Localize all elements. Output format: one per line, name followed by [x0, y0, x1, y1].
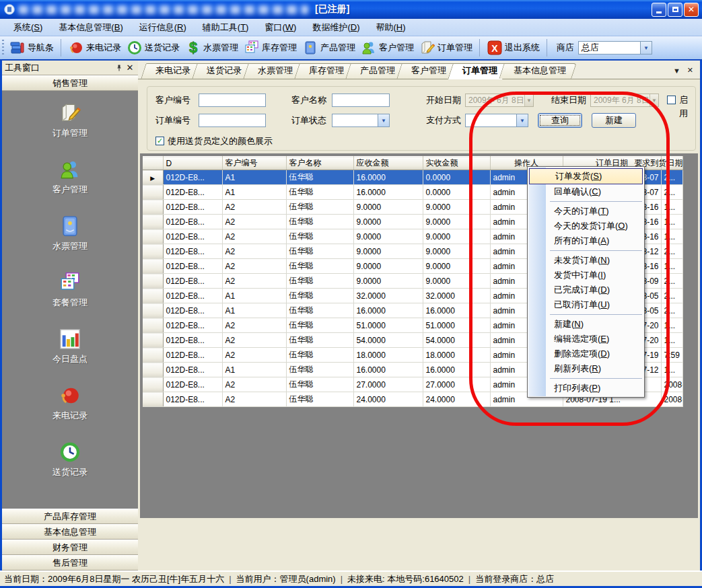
table-cell: 012D-E8... — [163, 377, 222, 392]
query-button[interactable]: 查询 — [538, 113, 582, 128]
row-selector-cell[interactable] — [143, 377, 163, 392]
menubar-item-help[interactable]: 帮助(H) — [367, 20, 413, 36]
order-no-input[interactable] — [199, 114, 266, 127]
row-selector-cell[interactable] — [143, 185, 163, 200]
tab-basic-info-mgmt[interactable]: 基本信息管理 — [504, 63, 574, 79]
table-cell: 1... — [661, 229, 682, 244]
toolbar-button-order-mgmt[interactable]: 订单管理 — [417, 38, 475, 57]
sidebar-item-customer-mgmt[interactable]: 客户管理 — [2, 158, 138, 196]
tab-list-dropdown-icon[interactable]: ▼ — [673, 67, 680, 75]
toolbar-button-product-mgmt[interactable]: 产品管理 — [300, 38, 358, 57]
row-selector-cell[interactable] — [143, 215, 163, 229]
toolbar-button-exit-system[interactable]: X退出系统 — [484, 38, 542, 57]
toolbar-button-call-records[interactable]: 来电记录 — [65, 38, 124, 57]
context-menu-item-confirm-return[interactable]: 回单确认(C) — [528, 184, 643, 199]
sidebar-group-product-inventory-mgmt[interactable]: 产品库存管理 — [2, 509, 138, 524]
context-menu-item-completed-orders[interactable]: 已完成订单(D) — [528, 283, 643, 297]
row-selector-cell[interactable] — [143, 318, 163, 333]
end-date-picker[interactable]: 2009年 6月 8日 ▼ — [590, 94, 659, 107]
tab-water-ticket-mgmt[interactable]: 水票管理 — [248, 63, 301, 79]
context-menu-item-all-orders[interactable]: 所有的订单(A) — [528, 233, 643, 248]
context-menu-item-unshipped-orders[interactable]: 未发货订单(N) — [528, 253, 643, 268]
toolbar-button-inventory-mgmt[interactable]: 库存管理 — [241, 38, 300, 57]
row-selector-cell[interactable] — [143, 229, 163, 244]
sidebar-item-package-mgmt[interactable]: 套餐管理 — [2, 271, 138, 309]
table-cell: 9.0000 — [423, 229, 490, 244]
pay-method-select[interactable]: ▼ — [465, 114, 528, 127]
row-selector-cell[interactable] — [143, 363, 163, 377]
end-date-label: 结束日期 — [551, 94, 586, 107]
row-selector-cell[interactable] — [143, 259, 163, 274]
context-menu-item-shipping-orders[interactable]: 发货中订单(I) — [528, 268, 643, 283]
sidebar-item-order-mgmt[interactable]: 订单管理 — [2, 102, 138, 139]
toolbar-separator — [547, 39, 547, 57]
sidebar-group-finance-mgmt[interactable]: 财务管理 — [2, 540, 138, 555]
new-button[interactable]: 新建 — [592, 113, 636, 128]
tab-product-mgmt[interactable]: 产品管理 — [351, 63, 403, 79]
sidebar-item-call-records[interactable]: 来电记录 — [2, 384, 138, 422]
context-menu-item-todays-shipped-orders[interactable]: 今天的发货订单(O) — [528, 219, 643, 233]
sidebar-group-basic-info-mgmt[interactable]: 基本信息管理 — [2, 524, 138, 540]
menubar-item-runtime-info[interactable]: 运行信息(R) — [131, 20, 195, 36]
context-menu-item-print-list[interactable]: 打印列表(P) — [528, 381, 643, 396]
column-header: 客户编号 — [222, 157, 286, 170]
menu-separator — [550, 314, 642, 315]
start-date-picker[interactable]: 2009年 6月 8日 ▼ — [465, 94, 534, 107]
sidebar-item-delivery-records[interactable]: 送货记录 — [2, 441, 138, 478]
context-menu-item-ship-order[interactable]: 订单发货(S) — [529, 168, 643, 184]
sidebar-group-after-sales-mgmt[interactable]: 售后管理 — [2, 555, 138, 571]
context-menu-item-delete-selected[interactable]: 删除选定项(D) — [528, 346, 643, 361]
tab-inventory-mgmt[interactable]: 库存管理 — [300, 63, 352, 79]
app-icon — [3, 3, 15, 15]
row-selector-cell[interactable]: ▶ — [143, 170, 163, 185]
context-menu-item-todays-orders[interactable]: 今天的订单(T) — [528, 204, 643, 219]
context-menu-item-refresh-list[interactable]: 刷新列表(R) — [528, 361, 643, 376]
column-header: 要求到货日期 — [661, 157, 682, 170]
tab-close-icon[interactable]: ✕ — [687, 66, 693, 75]
customer-name-input[interactable] — [332, 94, 390, 107]
menubar-item-system[interactable]: 系统(S) — [5, 20, 50, 36]
menubar-item-basic-info-mgmt[interactable]: 基本信息管理(B) — [50, 20, 131, 36]
context-menu-item-new[interactable]: 新建(N) — [528, 317, 643, 332]
row-selector-cell[interactable] — [143, 200, 163, 215]
pin-icon[interactable] — [114, 63, 125, 73]
chevron-down-icon[interactable]: ▼ — [640, 42, 652, 54]
shop-select[interactable]: 总店 ▼ — [578, 41, 652, 54]
sidebar-item-water-ticket-mgmt[interactable]: 水票管理 — [2, 215, 138, 252]
toolbar-button-nav-bar[interactable]: 导航条 — [7, 38, 57, 57]
row-selector-cell[interactable] — [143, 348, 163, 363]
toolbar-button-delivery-records[interactable]: 送货记录 — [124, 38, 182, 57]
toolbar-button-water-ticket-mgmt[interactable]: $水票管理 — [182, 38, 241, 57]
close-icon[interactable]: ✕ — [125, 63, 135, 73]
order-status-select[interactable]: ▼ — [332, 114, 390, 127]
row-selector-cell[interactable] — [143, 289, 163, 303]
sidebar-group-sales-mgmt[interactable]: 销售管理 — [2, 75, 138, 91]
tab-order-mgmt[interactable]: 订单管理 — [453, 63, 505, 79]
row-selector-cell[interactable] — [143, 274, 163, 289]
tab-customer-mgmt[interactable]: 客户管理 — [402, 63, 454, 79]
row-selector-cell[interactable] — [143, 303, 163, 318]
maximize-button[interactable] — [668, 3, 682, 17]
menubar-item-window[interactable]: 窗口(W) — [256, 20, 304, 36]
tab-delivery-records[interactable]: 送货记录 — [197, 63, 250, 79]
context-menu-item-cancelled-orders[interactable]: 已取消订单(U) — [528, 297, 643, 312]
table-cell: 伍华聪 — [286, 215, 353, 229]
enable-checkbox[interactable] — [667, 96, 676, 104]
sidebar-item-label: 今日盘点 — [52, 353, 87, 365]
minimize-button[interactable] — [652, 3, 666, 17]
toolbar-button-label: 产品管理 — [320, 42, 355, 54]
delivery-color-checkbox[interactable]: ✓ — [155, 137, 164, 145]
context-menu-item-edit-selected[interactable]: 编辑选定项(E) — [528, 332, 643, 346]
tab-call-records[interactable]: 来电记录 — [146, 63, 199, 79]
row-selector-cell[interactable] — [143, 392, 163, 407]
table-cell: A2 — [222, 318, 286, 333]
close-button[interactable]: ✕ — [684, 3, 699, 17]
toolbar-button-customer-mgmt[interactable]: 客户管理 — [358, 38, 417, 57]
menubar-item-data-maintenance[interactable]: 数据维护(D) — [304, 20, 367, 36]
table-cell: 7:59 — [661, 348, 682, 363]
sidebar-item-today-stocktake[interactable]: 今日盘点 — [2, 328, 138, 365]
row-selector-cell[interactable] — [143, 333, 163, 348]
customer-no-input[interactable] — [199, 94, 266, 107]
menubar-item-aux-tools[interactable]: 辅助工具(T) — [195, 20, 257, 36]
row-selector-cell[interactable] — [143, 244, 163, 259]
